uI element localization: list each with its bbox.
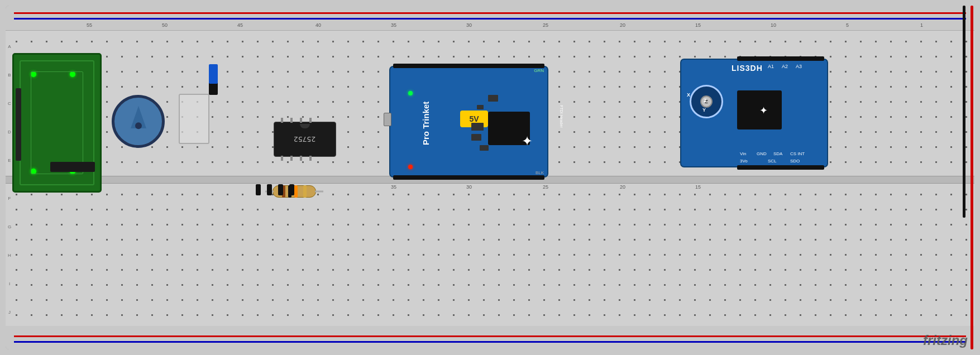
a2-label: A2 xyxy=(782,64,788,69)
pin-header-bottom xyxy=(393,175,544,180)
a3-label: A3 xyxy=(796,64,802,69)
pin-header-top xyxy=(393,64,544,68)
transistor-2 xyxy=(267,184,272,195)
scl-label: SCL xyxy=(768,159,777,164)
row-letters-left-bottom: F G H I J xyxy=(6,184,13,327)
lis3dh-title: LIS3DH xyxy=(732,64,763,73)
pro-trinket-board: Pro Trinket 5V ✦ GRN BLK FTDI Header xyxy=(389,66,548,178)
ic-label: 25752 xyxy=(294,135,315,143)
bottom-power-rail xyxy=(6,324,974,349)
sda-label: SDA xyxy=(773,151,782,156)
3vo-label: 3Vo xyxy=(740,159,748,164)
lis3dh-star: ✦ xyxy=(759,104,768,117)
breadboard-container: 55 50 45 40 35 30 25 20 15 10 5 1 35 30 … xyxy=(0,0,980,355)
red-wire-right-edge xyxy=(971,6,973,349)
grid-bottom-half xyxy=(6,184,974,326)
x-axis-label: X xyxy=(687,92,690,98)
col-numbers-top: 55 50 45 40 35 30 25 20 15 10 5 1 xyxy=(6,22,974,30)
pwr-led xyxy=(408,91,413,95)
transistor-3 xyxy=(278,184,283,195)
connector-pins-left xyxy=(50,162,95,172)
y-axis-label: Y xyxy=(702,107,706,113)
status-led xyxy=(408,165,413,169)
sdo-label: SDO xyxy=(790,159,800,164)
black-wire-right-1 xyxy=(963,6,965,218)
vin-label: Vin xyxy=(740,151,746,156)
lis3dh-top-header xyxy=(737,56,824,61)
usb-port xyxy=(384,113,391,126)
grn-label: GRN xyxy=(534,68,544,73)
z-axis-label: Z xyxy=(704,98,707,103)
ftdi-label: FTDI Header xyxy=(559,105,563,127)
cs-int-label: CS INT xyxy=(790,151,805,156)
crystal-component xyxy=(179,94,209,144)
blue-connector-module xyxy=(209,64,218,84)
a1-label: A1 xyxy=(768,64,774,69)
blk-label: BLK xyxy=(536,170,544,175)
lis3dh-bottom-header xyxy=(737,165,824,170)
potentiometer xyxy=(112,95,165,148)
fritzing-watermark: fritzing xyxy=(923,333,968,348)
pro-trinket-label: Pro Trinket xyxy=(421,95,431,145)
transistor-1 xyxy=(256,184,261,195)
trinket-logo: ✦ xyxy=(519,133,536,150)
transistor-4 xyxy=(289,184,294,195)
lis3dh-board: LIS3DH A1 A2 A3 Z X Y Z ✦ Vin GND SDA CS… xyxy=(680,59,828,167)
col-numbers-bottom: 35 30 25 20 15 xyxy=(6,184,974,192)
gnd-label: GND xyxy=(757,151,767,156)
ic-chip-25752: 25752 xyxy=(274,122,336,157)
